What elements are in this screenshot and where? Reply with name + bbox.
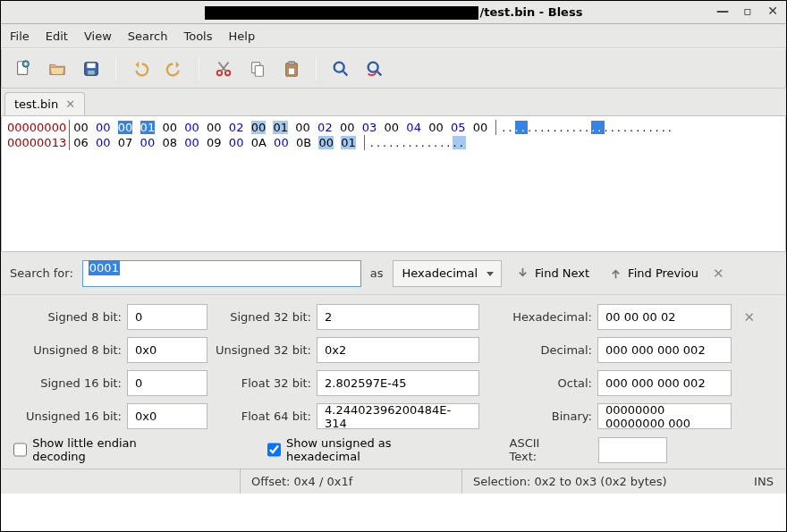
cut-icon <box>214 59 233 79</box>
tab-file[interactable]: test.bin ✕ <box>4 92 85 115</box>
title-redacted-path <box>205 6 478 20</box>
toolbar-new-button[interactable] <box>11 56 36 81</box>
unsigned-hex-label: Show unsigned as hexadecimal <box>286 436 460 463</box>
interp-value-field[interactable]: 0x0 <box>127 403 207 429</box>
interp-value-field[interactable]: 0x2 <box>317 337 479 363</box>
toolbar-paste-button[interactable] <box>279 56 304 81</box>
new-document-icon <box>13 59 33 79</box>
interp-label: Hexadecimal: <box>485 310 592 324</box>
status-selection: Selection: 0x2 to 0x3 (0x2 bytes) <box>462 475 741 488</box>
copy-icon <box>248 59 267 79</box>
interp-value-field[interactable]: 00 00 00 02 <box>597 304 732 330</box>
ascii-text-field[interactable] <box>598 437 668 463</box>
menu-view[interactable]: View <box>84 30 112 43</box>
menu-search[interactable]: Search <box>128 30 168 43</box>
interp-label: Unsigned 32 bit: <box>213 343 311 357</box>
status-offset: Offset: 0x4 / 0x1f <box>241 469 462 494</box>
menu-bar: File Edit View Search Tools Help <box>1 24 786 48</box>
menu-edit[interactable]: Edit <box>46 30 68 43</box>
svg-rect-11 <box>288 68 294 74</box>
search-format-value: Hexadecimal <box>402 266 478 280</box>
search-bar: Search for: 0001 as Hexadecimal Find Nex… <box>1 252 786 295</box>
unsigned-hex-input[interactable] <box>267 443 281 457</box>
window-title: /test.bin - Bless <box>205 5 583 20</box>
search-as-label: as <box>370 266 384 280</box>
hex-bytes[interactable]: 00 00 00 01 00 00 00 02 00 01 00 02 00 0… <box>69 120 487 135</box>
find-next-icon <box>516 266 529 280</box>
search-input-text: 0001 <box>89 260 120 275</box>
interp-label: Float 64 bit: <box>213 410 311 423</box>
svg-point-13 <box>368 62 378 72</box>
interp-value-field[interactable]: 0 <box>127 304 207 330</box>
little-endian-label: Show little endian decoding <box>32 436 185 463</box>
tab-close-button[interactable]: ✕ <box>65 97 75 111</box>
little-endian-input[interactable] <box>13 443 27 457</box>
find-prev-icon <box>609 266 622 280</box>
menu-tools[interactable]: Tools <box>183 30 212 43</box>
hex-bytes[interactable]: 06 00 07 00 08 00 09 00 0A 00 0B 00 01 <box>69 135 356 150</box>
search-format-combo[interactable]: Hexadecimal <box>393 260 502 287</box>
interp-label: Unsigned 16 bit: <box>10 410 122 423</box>
interp-value-field[interactable]: 000 000 000 002 <box>597 370 732 396</box>
interp-label: Signed 32 bit: <box>213 310 311 324</box>
window-title-suffix: /test.bin - Bless <box>480 5 583 19</box>
toolbar-undo-button[interactable] <box>128 56 153 81</box>
interp-label: Binary: <box>485 410 592 423</box>
interp-value-field[interactable]: 0x0 <box>127 337 207 363</box>
interp-value-field[interactable]: 4.24402396200484E-314 <box>317 403 479 429</box>
search-input[interactable]: 0001 <box>82 260 361 287</box>
find-next-label: Find Next <box>535 266 589 280</box>
find-replace-icon <box>365 59 385 79</box>
status-insert-mode[interactable]: INS <box>741 475 786 488</box>
window-title-bar: /test.bin - Bless — ▫ ✕ <box>1 1 786 24</box>
find-icon <box>331 59 351 79</box>
open-folder-icon <box>47 59 67 79</box>
toolbar-find-button[interactable] <box>328 56 353 81</box>
search-label: Search for: <box>10 266 73 280</box>
interp-label: Float 32 bit: <box>213 376 311 390</box>
svg-rect-3 <box>87 63 95 68</box>
interp-label: Signed 8 bit: <box>10 310 122 324</box>
toolbar-open-button[interactable] <box>45 56 70 81</box>
find-next-button[interactable]: Find Next <box>511 260 595 287</box>
interp-value-field[interactable]: 000 000 000 002 <box>597 337 732 363</box>
window-maximize-button[interactable]: ▫ <box>741 4 754 17</box>
paste-icon <box>282 59 301 79</box>
undo-icon <box>131 59 150 79</box>
tab-label: test.bin <box>14 97 58 111</box>
window-close-button[interactable]: ✕ <box>766 4 779 17</box>
tab-bar: test.bin ✕ <box>1 89 786 115</box>
hex-offset: 00000013 <box>7 135 66 150</box>
interp-value-field[interactable]: 2 <box>317 304 479 330</box>
status-bar: Offset: 0x4 / 0x1f Selection: 0x2 to 0x3… <box>1 469 786 494</box>
menu-file[interactable]: File <box>10 30 30 43</box>
find-prev-button[interactable]: Find Previou <box>604 260 704 287</box>
toolbar-redo-button[interactable] <box>162 56 187 81</box>
interp-label: Unsigned 8 bit: <box>10 343 122 357</box>
little-endian-checkbox[interactable]: Show little endian decoding <box>13 436 185 463</box>
interp-value-field[interactable]: 00000000 00000000 000 <box>597 403 732 429</box>
interp-close-button[interactable]: ✕ <box>743 309 755 325</box>
toolbar-save-button[interactable] <box>79 56 104 81</box>
redo-icon <box>165 59 184 79</box>
window-minimize-button[interactable]: — <box>716 4 729 17</box>
hex-viewer[interactable]: 0000000000 00 00 01 00 00 00 02 00 01 00… <box>1 115 786 252</box>
save-icon <box>81 59 101 79</box>
interp-value-field[interactable]: 2.802597E-45 <box>317 370 479 396</box>
hex-offset: 00000000 <box>7 120 66 135</box>
ascii-label: ASCII Text: <box>509 436 567 463</box>
interp-label: Octal: <box>485 376 592 390</box>
interp-label: Signed 16 bit: <box>10 376 122 390</box>
hex-ascii[interactable]: ............... <box>364 135 466 150</box>
interp-label: Decimal: <box>485 343 592 357</box>
find-prev-label: Find Previou <box>628 266 698 280</box>
svg-rect-10 <box>288 61 294 64</box>
toolbar-cut-button[interactable] <box>211 56 236 81</box>
menu-help[interactable]: Help <box>229 30 256 43</box>
toolbar-copy-button[interactable] <box>245 56 270 81</box>
hex-ascii[interactable]: ........................... <box>495 120 674 135</box>
interp-value-field[interactable]: 0 <box>127 370 207 396</box>
toolbar-find-replace-button[interactable] <box>362 56 387 81</box>
unsigned-hex-checkbox[interactable]: Show unsigned as hexadecimal <box>267 436 460 463</box>
search-close-button[interactable]: ✕ <box>713 266 724 282</box>
